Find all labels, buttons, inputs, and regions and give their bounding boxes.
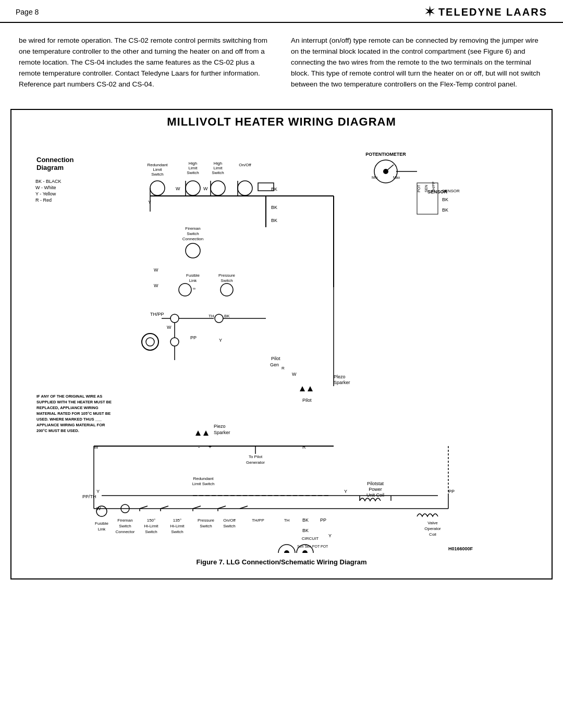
svg-point-33: [211, 181, 225, 195]
brand-logo: ✶ TELEDYNE LAARS: [425, 5, 547, 19]
svg-point-85: [142, 334, 158, 350]
svg-text:W: W: [167, 325, 172, 330]
svg-text:W: W: [94, 445, 99, 450]
svg-text:PP: PP: [320, 517, 326, 523]
svg-text:POT: POT: [417, 184, 421, 192]
svg-text:H0166000F: H0166000F: [448, 546, 473, 551]
svg-text:Y: Y: [219, 338, 222, 343]
svg-text:PP: PP: [190, 335, 197, 340]
svg-text:Fireman: Fireman: [185, 226, 200, 231]
svg-marker-98: [203, 430, 209, 436]
svg-text:Unit Coil: Unit Coil: [366, 492, 384, 498]
svg-text:Switch: Switch: [187, 170, 199, 175]
svg-point-72: [170, 314, 179, 323]
svg-text:IF ANY OF THE ORIGINAL WIRE AS: IF ANY OF THE ORIGINAL WIRE AS: [36, 394, 102, 399]
svg-text:Y: Y: [148, 200, 151, 205]
svg-text:APPLIANCE WIRING MATERIAL FOR: APPLIANCE WIRING MATERIAL FOR: [36, 423, 105, 427]
svg-text:Hi-Limit: Hi-Limit: [170, 524, 185, 528]
svg-text:Redundant: Redundant: [193, 476, 214, 481]
svg-text:SENSOR: SENSOR: [442, 189, 460, 193]
svg-text:Min: Min: [372, 176, 377, 179]
svg-text:∞: ∞: [193, 287, 195, 290]
svg-text:Switch: Switch: [119, 524, 131, 528]
svg-text:High: High: [214, 161, 222, 166]
svg-text:Switch: Switch: [187, 231, 199, 236]
svg-text:Y: Y: [96, 489, 100, 494]
svg-marker-97: [195, 430, 201, 436]
content-area: be wired for remote operation. The CS-02…: [0, 23, 563, 101]
svg-text:-: -: [198, 444, 200, 450]
svg-point-163: [302, 550, 308, 553]
svg-text:High: High: [189, 161, 197, 166]
svg-text:Generator: Generator: [246, 460, 265, 465]
svg-text:Switch: Switch: [145, 529, 157, 534]
svg-text:Piezo: Piezo: [214, 424, 226, 429]
svg-text:Redundant: Redundant: [147, 163, 168, 167]
svg-point-49: [179, 283, 191, 296]
svg-text:BK: BK: [302, 517, 309, 523]
svg-text:Switch: Switch: [151, 172, 164, 177]
svg-text:REPLACED, APPLIANCE WIRING: REPLACED, APPLIANCE WIRING: [36, 405, 99, 410]
svg-text:Limit: Limit: [153, 167, 163, 172]
svg-text:BK: BK: [442, 197, 448, 202]
svg-text:200°C MUST BE USED.: 200°C MUST BE USED.: [36, 428, 79, 433]
svg-text:TH/PP: TH/PP: [150, 312, 164, 317]
svg-text:Y: Y: [328, 533, 332, 538]
svg-point-53: [221, 283, 233, 296]
svg-text:Plezo: Plezo: [334, 374, 346, 379]
svg-text:BK: BK: [271, 205, 277, 210]
svg-text:Fusible: Fusible: [95, 521, 108, 526]
page-header: Page 8 ✶ TELEDYNE LAARS: [0, 0, 563, 23]
svg-text:R   - Red: R - Red: [35, 198, 52, 203]
svg-text:On/Off: On/Off: [223, 518, 236, 523]
svg-text:Fusible: Fusible: [186, 273, 200, 278]
svg-text:Hi-Limit: Hi-Limit: [144, 524, 158, 528]
svg-text:TH/PP: TH/PP: [252, 518, 264, 523]
svg-text:Pressure: Pressure: [218, 273, 236, 278]
col-left-text: be wired for remote operation. The CS-02…: [19, 35, 272, 90]
svg-marker-93: [308, 386, 313, 391]
svg-text:Limit: Limit: [189, 166, 198, 170]
diagram-svg-wrap: Connection Diagram BK - BLACK W - White …: [18, 136, 545, 553]
svg-text:BK: BK: [224, 314, 230, 318]
svg-text:150°: 150°: [147, 518, 156, 523]
svg-text:Pilot: Pilot: [302, 398, 312, 403]
svg-text:MATERIAL RATED FOR 105°C MUST : MATERIAL RATED FOR 105°C MUST BE: [36, 411, 111, 416]
svg-point-86: [146, 338, 154, 346]
svg-text:BK: BK: [271, 218, 277, 223]
col-right-text: An interrupt (on/off) type remote can be…: [291, 35, 544, 90]
svg-text:BK - BLACK: BK - BLACK: [35, 179, 62, 184]
svg-text:Connector: Connector: [116, 529, 135, 534]
svg-text:POTENTIOMETER: POTENTIOMETER: [365, 152, 406, 157]
svg-text:R: R: [282, 366, 285, 371]
svg-text:PP: PP: [448, 489, 455, 494]
diagram-container: MILLIVOLT HEATER WIRING DIAGRAM Connecti…: [10, 109, 553, 579]
logo-icon: ✶: [425, 5, 435, 19]
svg-text:W  - White: W - White: [35, 185, 56, 190]
svg-text:SUPPLIED WITH THE HEATER MUST : SUPPLIED WITH THE HEATER MUST BE: [36, 400, 112, 404]
svg-line-29: [386, 165, 394, 171]
svg-text:Pressure: Pressure: [198, 518, 215, 523]
svg-text:USED. WHERE MARKED THUS ___: USED. WHERE MARKED THUS ___: [36, 417, 102, 422]
svg-text:Limit: Limit: [214, 166, 223, 170]
brand-name: TELEDYNE LAARS: [438, 6, 547, 18]
svg-text:W: W: [154, 283, 158, 288]
svg-text:Link: Link: [98, 527, 106, 532]
svg-point-31: [150, 181, 165, 195]
svg-text:W: W: [176, 186, 180, 191]
svg-text:Switch: Switch: [223, 524, 236, 528]
svg-text:Pilotstat: Pilotstat: [367, 481, 384, 486]
svg-marker-92: [300, 386, 305, 391]
svg-point-73: [215, 314, 223, 323]
svg-text:Switch: Switch: [221, 278, 233, 283]
svg-text:Max: Max: [393, 176, 400, 179]
svg-text:TH/PP: TH/PP: [432, 181, 435, 192]
svg-text:Power: Power: [369, 487, 382, 492]
svg-text:TH: TH: [284, 518, 290, 523]
figure-caption: Figure 7. LLG Connection/Schematic Wirin…: [18, 558, 545, 566]
svg-point-161: [284, 550, 289, 553]
svg-text:TH: TH: [209, 314, 214, 318]
diagram-title: MILLIVOLT HEATER WIRING DIAGRAM: [18, 115, 545, 129]
svg-text:W: W: [154, 267, 158, 273]
svg-point-146: [96, 506, 107, 516]
